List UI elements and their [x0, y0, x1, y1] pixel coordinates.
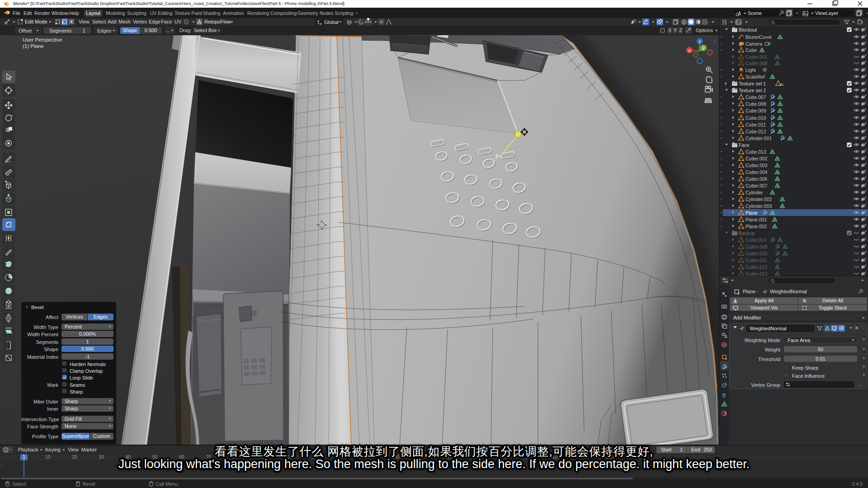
svg-text:Y: Y	[702, 47, 705, 51]
svg-text:User Perspective: User Perspective	[23, 37, 62, 42]
svg-text:(1) Plane: (1) Plane	[23, 43, 44, 49]
svg-text:‹: ‹	[714, 39, 716, 44]
svg-text:X: X	[688, 49, 691, 53]
svg-text:Z: Z	[699, 40, 701, 44]
